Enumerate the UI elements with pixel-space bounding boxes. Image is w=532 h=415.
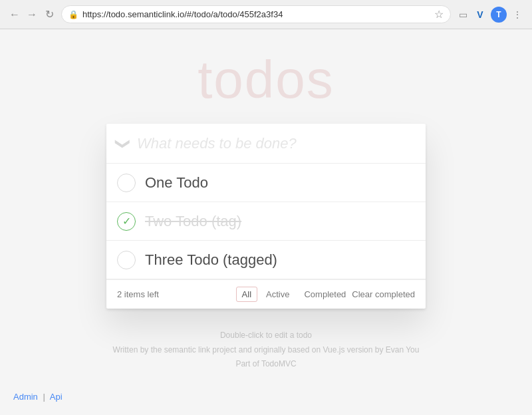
todo-label-1: One Todo [145, 174, 208, 192]
back-button[interactable]: ← [8, 8, 21, 21]
clear-completed-button[interactable]: Clear completed [352, 289, 415, 299]
url-text: https://todo.semanticlink.io/#/todo/a/to… [82, 9, 430, 19]
new-todo-input[interactable] [137, 135, 415, 152]
filter-all-button[interactable]: All [236, 287, 257, 302]
admin-api-links: Admin | Api [13, 392, 63, 402]
todo-footer: 2 items left All Active Completed Clear … [106, 279, 426, 309]
todo-card: ❯ One Todo ✓ Two Todo (tag) Three Todo (… [106, 124, 426, 309]
link-separator: | [43, 392, 45, 402]
browser-action-buttons: ▭ V T ⋮ [456, 7, 524, 23]
todo-label-3: Three Todo (tagged) [145, 251, 277, 269]
toggle-all-button[interactable]: ❯ [114, 138, 132, 150]
todo-item: ✓ Two Todo (tag) [106, 202, 426, 241]
nav-buttons: ← → ↻ [8, 8, 56, 21]
admin-link[interactable]: Admin [13, 392, 38, 402]
lock-icon: 🔒 [68, 10, 78, 19]
menu-icon[interactable]: ⋮ [511, 8, 524, 21]
reload-button[interactable]: ↻ [43, 8, 56, 21]
bookmark-icon[interactable]: ☆ [434, 8, 444, 21]
footer-info: Double-click to edit a todo Written by t… [113, 329, 420, 372]
forward-button[interactable]: → [25, 8, 39, 21]
todo-label-2: Two Todo (tag) [145, 213, 241, 230]
todo-checkbox-1[interactable] [117, 174, 136, 192]
todo-checkbox-3[interactable] [117, 251, 136, 269]
todo-item: One Todo [106, 164, 426, 202]
browser-chrome: ← → ↻ 🔒 https://todo.semanticlink.io/#/t… [0, 0, 532, 29]
screen-cast-icon[interactable]: ▭ [456, 8, 469, 21]
footer-line-3: Part of TodoMVC [113, 357, 420, 372]
api-link[interactable]: Api [50, 392, 63, 402]
filter-buttons: All Active Completed [236, 287, 352, 302]
checkmark-icon: ✓ [122, 215, 131, 227]
vuejs-link[interactable]: Vue.js [323, 345, 344, 354]
footer-line-2: Written by the semantic link project and… [113, 343, 420, 358]
profile-button[interactable]: T [491, 7, 507, 23]
todomvc-link[interactable]: TodoMVC [261, 359, 297, 368]
items-left-count: 2 items left [117, 289, 236, 299]
todo-input-row: ❯ [106, 124, 426, 164]
todo-item: Three Todo (tagged) [106, 241, 426, 279]
todo-checkbox-2[interactable]: ✓ [117, 212, 136, 231]
vuetify-icon: V [473, 8, 487, 21]
footer-line-1: Double-click to edit a todo [113, 329, 420, 343]
app-title: todos [198, 49, 334, 110]
address-bar[interactable]: 🔒 https://todo.semanticlink.io/#/todo/a/… [61, 5, 451, 23]
evan-you-link[interactable]: Evan You [386, 345, 420, 354]
filter-completed-button[interactable]: Completed [298, 287, 352, 302]
semantic-link-link[interactable]: semantic link project [164, 345, 237, 354]
filter-active-button[interactable]: Active [260, 287, 295, 302]
page-content: todos ❯ One Todo ✓ Two Todo (tag) Three … [0, 29, 532, 415]
